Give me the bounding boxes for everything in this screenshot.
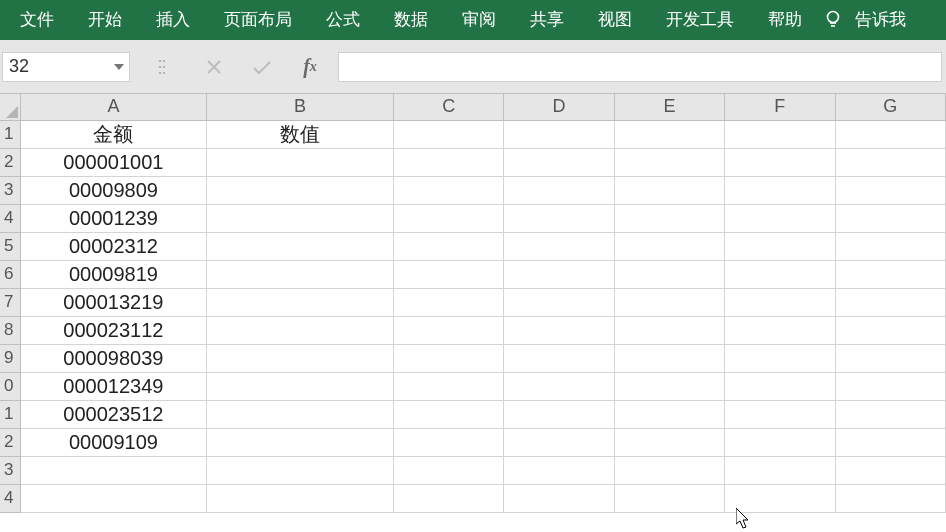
cell-C14[interactable] <box>393 484 503 512</box>
row-header-14[interactable]: 4 <box>0 484 20 512</box>
cell-F10[interactable] <box>725 372 835 400</box>
cell-C10[interactable] <box>393 372 503 400</box>
row-header-12[interactable]: 2 <box>0 428 20 456</box>
cell-A7[interactable]: 000013219 <box>20 288 207 316</box>
cell-B12[interactable] <box>207 428 394 456</box>
cell-F5[interactable] <box>725 232 835 260</box>
cell-G11[interactable] <box>835 400 945 428</box>
row-header-8[interactable]: 8 <box>0 316 20 344</box>
cell-D1[interactable] <box>504 120 614 148</box>
cell-E4[interactable] <box>614 204 724 232</box>
tab-0[interactable]: 文件 <box>10 0 71 40</box>
cell-D11[interactable] <box>504 400 614 428</box>
cell-C8[interactable] <box>393 316 503 344</box>
row-header-4[interactable]: 4 <box>0 204 20 232</box>
cell-A4[interactable]: 00001239 <box>20 204 207 232</box>
cell-G13[interactable] <box>835 456 945 484</box>
cell-E6[interactable] <box>614 260 724 288</box>
row-header-7[interactable]: 7 <box>0 288 20 316</box>
cell-E2[interactable] <box>614 148 724 176</box>
cell-F9[interactable] <box>725 344 835 372</box>
cell-E5[interactable] <box>614 232 724 260</box>
cell-E8[interactable] <box>614 316 724 344</box>
cell-B10[interactable] <box>207 372 394 400</box>
row-header-2[interactable]: 2 <box>0 148 20 176</box>
cell-D13[interactable] <box>504 456 614 484</box>
cell-B3[interactable] <box>207 176 394 204</box>
tab-8[interactable]: 视图 <box>581 0 649 40</box>
tab-2[interactable]: 插入 <box>139 0 207 40</box>
cell-A11[interactable]: 000023512 <box>20 400 207 428</box>
enter-formula-button[interactable] <box>238 52 286 82</box>
cell-F12[interactable] <box>725 428 835 456</box>
cell-C9[interactable] <box>393 344 503 372</box>
cell-E7[interactable] <box>614 288 724 316</box>
cell-A14[interactable] <box>20 484 207 512</box>
cancel-formula-button[interactable] <box>190 52 238 82</box>
cell-A9[interactable]: 000098039 <box>20 344 207 372</box>
cell-F3[interactable] <box>725 176 835 204</box>
row-header-1[interactable]: 1 <box>0 120 20 148</box>
cell-B8[interactable] <box>207 316 394 344</box>
column-header-A[interactable]: A <box>20 94 207 120</box>
cell-C12[interactable] <box>393 428 503 456</box>
cell-C11[interactable] <box>393 400 503 428</box>
lightbulb-icon[interactable] <box>819 0 847 40</box>
cell-A12[interactable]: 00009109 <box>20 428 207 456</box>
cell-G8[interactable] <box>835 316 945 344</box>
cell-B2[interactable] <box>207 148 394 176</box>
column-header-D[interactable]: D <box>504 94 614 120</box>
cell-D5[interactable] <box>504 232 614 260</box>
cell-B5[interactable] <box>207 232 394 260</box>
name-box[interactable]: 32 <box>2 52 130 82</box>
cell-C5[interactable] <box>393 232 503 260</box>
name-box-dropdown-icon[interactable] <box>109 53 129 81</box>
tell-me[interactable]: 告诉我 <box>847 0 923 40</box>
cell-D10[interactable] <box>504 372 614 400</box>
cell-A13[interactable] <box>20 456 207 484</box>
cell-F8[interactable] <box>725 316 835 344</box>
tab-7[interactable]: 共享 <box>513 0 581 40</box>
cell-A1[interactable]: 金额 <box>20 120 207 148</box>
cell-G5[interactable] <box>835 232 945 260</box>
tab-9[interactable]: 开发工具 <box>649 0 751 40</box>
cell-D3[interactable] <box>504 176 614 204</box>
row-header-10[interactable]: 0 <box>0 372 20 400</box>
cell-E12[interactable] <box>614 428 724 456</box>
cell-G9[interactable] <box>835 344 945 372</box>
cell-G14[interactable] <box>835 484 945 512</box>
cell-F7[interactable] <box>725 288 835 316</box>
cell-D4[interactable] <box>504 204 614 232</box>
cell-E1[interactable] <box>614 120 724 148</box>
cell-C13[interactable] <box>393 456 503 484</box>
tab-1[interactable]: 开始 <box>71 0 139 40</box>
column-header-B[interactable]: B <box>207 94 394 120</box>
cell-E9[interactable] <box>614 344 724 372</box>
cell-C2[interactable] <box>393 148 503 176</box>
cell-F2[interactable] <box>725 148 835 176</box>
column-header-E[interactable]: E <box>614 94 724 120</box>
cell-C6[interactable] <box>393 260 503 288</box>
cell-G1[interactable] <box>835 120 945 148</box>
cell-E11[interactable] <box>614 400 724 428</box>
cell-C7[interactable] <box>393 288 503 316</box>
cell-C3[interactable] <box>393 176 503 204</box>
cell-D14[interactable] <box>504 484 614 512</box>
tab-10[interactable]: 帮助 <box>751 0 819 40</box>
row-header-9[interactable]: 9 <box>0 344 20 372</box>
cell-A6[interactable]: 00009819 <box>20 260 207 288</box>
column-header-G[interactable]: G <box>835 94 945 120</box>
cell-E10[interactable] <box>614 372 724 400</box>
cell-D6[interactable] <box>504 260 614 288</box>
cell-B4[interactable] <box>207 204 394 232</box>
cell-A8[interactable]: 000023112 <box>20 316 207 344</box>
cell-F6[interactable] <box>725 260 835 288</box>
cell-B9[interactable] <box>207 344 394 372</box>
row-header-5[interactable]: 5 <box>0 232 20 260</box>
cell-G12[interactable] <box>835 428 945 456</box>
cell-A3[interactable]: 00009809 <box>20 176 207 204</box>
cell-F11[interactable] <box>725 400 835 428</box>
cell-B14[interactable] <box>207 484 394 512</box>
tab-6[interactable]: 审阅 <box>445 0 513 40</box>
row-header-13[interactable]: 3 <box>0 456 20 484</box>
